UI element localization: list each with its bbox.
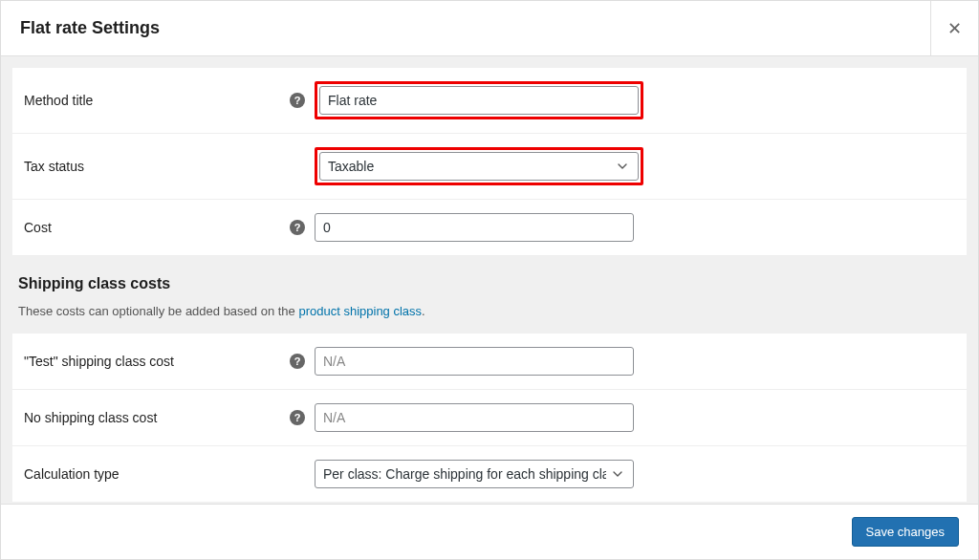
calculation-type-select[interactable]: Per class: Charge shipping for each ship…: [315, 460, 634, 488]
field-method-title: Method title ?: [12, 68, 967, 134]
no-shipping-class-label: No shipping class cost: [24, 410, 157, 425]
field-cost: Cost ?: [12, 200, 967, 256]
save-changes-button[interactable]: Save changes: [852, 517, 959, 547]
field-no-shipping-class: No shipping class cost ?: [12, 390, 967, 446]
field-calculation-type: Calculation type Per class: Charge shipp…: [12, 446, 967, 502]
cost-label: Cost: [24, 220, 52, 235]
field-tax-status: Tax status Taxable: [12, 134, 967, 200]
modal-title: Flat rate Settings: [20, 18, 160, 38]
tax-status-label: Tax status: [24, 159, 84, 174]
test-shipping-class-label: "Test" shipping class cost: [24, 354, 174, 369]
product-shipping-class-link[interactable]: product shipping class: [298, 304, 422, 318]
help-icon[interactable]: ?: [290, 93, 305, 108]
highlight-box: [315, 81, 643, 119]
modal-footer: Save changes: [1, 504, 978, 559]
calculation-type-label: Calculation type: [24, 466, 120, 482]
desc-text: These costs can optionally be added base…: [18, 304, 298, 318]
shipping-class-description: These costs can optionally be added base…: [12, 300, 967, 334]
shipping-class-heading: Shipping class costs: [12, 256, 967, 300]
help-icon[interactable]: ?: [290, 410, 305, 425]
field-test-shipping-class: "Test" shipping class cost ?: [12, 334, 967, 390]
help-icon[interactable]: ?: [290, 354, 305, 369]
modal-content: Method title ? Tax status Taxable Cost ?: [1, 56, 978, 504]
highlight-box: Taxable: [315, 147, 643, 185]
tax-status-select[interactable]: Taxable: [319, 152, 639, 181]
test-shipping-class-input[interactable]: [315, 347, 634, 376]
modal-header: Flat rate Settings ✕: [1, 1, 978, 56]
desc-text: .: [422, 304, 425, 318]
close-icon: ✕: [947, 18, 962, 39]
method-title-input[interactable]: [319, 86, 639, 115]
cost-input[interactable]: [315, 213, 634, 242]
help-icon[interactable]: ?: [290, 220, 305, 235]
method-title-label: Method title: [24, 93, 93, 108]
close-button[interactable]: ✕: [930, 1, 978, 56]
shipping-class-title: Shipping class costs: [18, 275, 961, 292]
no-shipping-class-input[interactable]: [315, 403, 634, 432]
